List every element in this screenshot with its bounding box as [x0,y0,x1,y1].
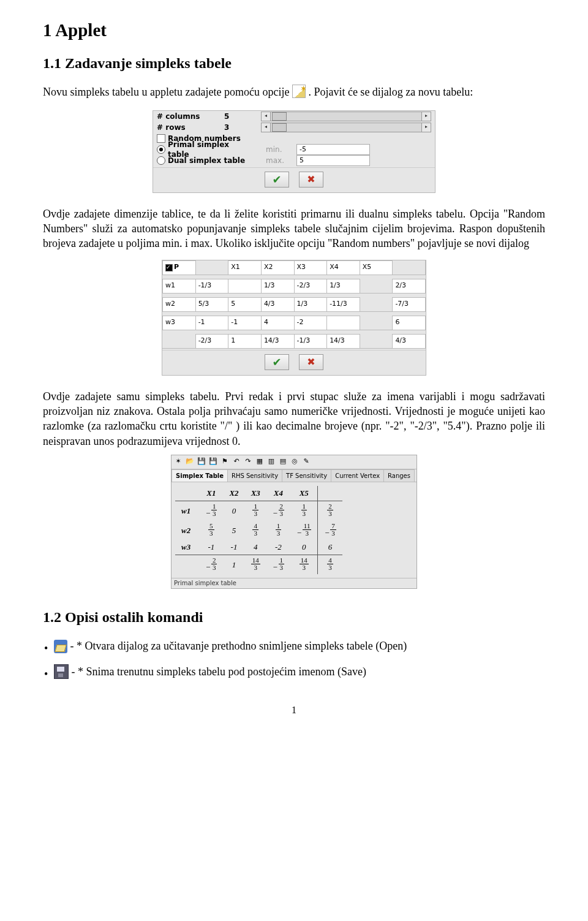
columns-value: 5 [224,112,261,121]
tab-rhs[interactable]: RHS Sensitivity [227,469,282,482]
dual-label: Dual simplex table [168,156,247,165]
row-header[interactable]: w2 [163,297,196,311]
bars-icon[interactable]: ▥ [266,457,277,468]
cell[interactable]: -2/3 [294,279,327,293]
open-icon [54,640,67,653]
save-icon[interactable]: 💾 [196,457,207,468]
paragraph-table: Ovdje zadajete samu simpleks tabelu. Prv… [43,389,545,449]
wand-icon[interactable]: ✎ [301,457,312,468]
rows-slider[interactable]: ◂ ▸ [261,123,431,132]
cell[interactable]: 5 [228,297,262,311]
columns-label: # columns [157,112,224,121]
check-icon: ✔ [272,355,281,370]
cell[interactable] [228,279,262,293]
cell[interactable]: -2/3 [195,334,228,348]
grid-icon[interactable]: ▦ [254,457,265,468]
min-input[interactable]: -5 [296,144,370,155]
columns-slider[interactable]: ◂ ▸ [261,112,431,121]
tab-ranges[interactable]: Ranges [383,469,415,482]
page-number: 1 [43,703,545,717]
cell[interactable]: 2/3 [393,279,426,293]
cell[interactable]: 5/3 [195,297,228,311]
cell[interactable]: -1/3 [294,334,327,348]
col-header[interactable]: X5 [360,260,393,275]
row-header[interactable]: w3 [163,316,196,330]
flag-icon[interactable]: ⚑ [219,457,230,468]
max-label: max. [266,156,296,165]
cols-icon[interactable]: ▤ [277,457,288,468]
col-header[interactable]: X2 [261,260,294,275]
random-checkbox[interactable] [157,134,165,143]
x-icon: ✖ [307,173,315,186]
simplex-result-table: X1X2X3X4X5w1−13013−231323w25354313−113−7… [175,486,342,574]
new-table-icon [292,85,306,98]
section-heading: 1 Applet [43,18,545,42]
cell[interactable]: -1 [195,316,228,330]
cell[interactable]: 4 [261,316,294,330]
cancel-button[interactable]: ✖ [299,172,323,188]
toolbar: ✶ 📂 💾 💾 ⚑ ↶ ↷ ▦ ▥ ▤ ◎ ✎ [172,455,417,469]
simplex-input-grid: P X1 X2 X3 X4 X5 w1 -1/3 1/3 -2/3 1/3 2/… [162,260,426,349]
x-icon: ✖ [307,355,315,369]
paragraph-intro: Novu simpleks tabelu u appletu zadajete … [43,85,545,99]
primal-radio[interactable] [157,145,165,154]
open-icon[interactable]: 📂 [184,457,195,468]
subsection-heading: 1.2 Opisi ostalih komandi [43,607,545,627]
simplex-input-dialog: P X1 X2 X3 X4 X5 w1 -1/3 1/3 -2/3 1/3 2/… [162,260,426,376]
undo-icon[interactable]: ↶ [231,457,242,468]
min-label: min. [266,145,296,154]
save-icon [54,664,69,679]
cell[interactable]: 14/3 [327,334,360,348]
subsection-heading: 1.1 Zadavanje simpleks tabele [43,53,545,73]
cancel-button[interactable]: ✖ [299,354,323,370]
cell[interactable]: -1/3 [195,279,228,293]
row-header[interactable]: w1 [163,279,196,293]
cell[interactable]: 1 [228,334,262,348]
check-icon: ✔ [272,172,281,187]
tabs: Simplex Table RHS Sensitivity TF Sensiti… [172,469,417,483]
max-input[interactable]: 5 [296,155,370,166]
saveas-icon[interactable]: 💾 [208,457,219,468]
ok-button[interactable]: ✔ [265,354,289,370]
command-open: - * Otvara dijalog za učitavanje prethod… [54,639,545,653]
p-checkbox-cell[interactable]: P [163,260,196,275]
cell[interactable]: -11/3 [327,297,360,311]
text: Novu simpleks tabelu u appletu zadajete … [43,86,292,98]
paragraph-dims: Ovdje zadajete dimenzije tablice, te da … [43,207,545,251]
cell[interactable] [327,316,360,330]
text: . Pojavit će se dijalog za novu tabelu: [308,86,473,98]
cell[interactable]: 1/3 [327,279,360,293]
col-header[interactable]: X4 [327,260,360,275]
cell[interactable]: 4/3 [393,334,426,348]
text: - * Snima trenutnu simpleks tabelu pod p… [72,665,366,678]
tab-simplex[interactable]: Simplex Table [172,469,228,482]
cell[interactable]: -1 [228,316,262,330]
tab-tf[interactable]: TF Sensitivity [282,469,331,482]
cell[interactable]: 14/3 [261,334,294,348]
cell[interactable]: 1/3 [294,297,327,311]
rows-value: 3 [224,123,261,132]
cell[interactable]: 6 [393,316,426,330]
command-save: - * Snima trenutnu simpleks tabelu pod p… [54,664,545,679]
col-header[interactable]: X3 [294,260,327,275]
cell[interactable]: 4/3 [261,297,294,311]
arrow-right-icon[interactable]: ▸ [421,123,431,132]
new-table-dialog: # columns 5 ◂ ▸ # rows 3 ◂ ▸ Random numb… [153,110,435,193]
status-bar: Primal simplex table [172,578,417,588]
result-panel: ✶ 📂 💾 💾 ⚑ ↶ ↷ ▦ ▥ ▤ ◎ ✎ Simplex Table RH… [171,455,417,589]
redo-icon[interactable]: ↷ [243,457,254,468]
cell[interactable]: 1/3 [261,279,294,293]
arrow-right-icon[interactable]: ▸ [421,112,431,121]
rows-label: # rows [157,123,224,132]
tab-vertex[interactable]: Current Vertex [331,469,384,482]
dual-radio[interactable] [157,156,165,165]
arrow-left-icon[interactable]: ◂ [262,123,271,132]
arrow-left-icon[interactable]: ◂ [262,112,271,121]
cell[interactable]: -2 [294,316,327,330]
text: - * Otvara dijalog za učitavanje prethod… [70,640,407,652]
target-icon[interactable]: ◎ [289,457,300,468]
ok-button[interactable]: ✔ [265,172,289,188]
cell[interactable]: -7/3 [393,297,426,311]
new-icon[interactable]: ✶ [173,457,184,468]
col-header[interactable]: X1 [228,260,262,275]
